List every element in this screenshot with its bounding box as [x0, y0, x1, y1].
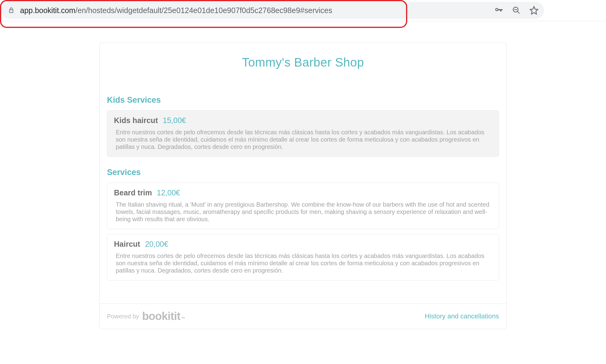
section-title-kids: Kids Services: [107, 95, 499, 105]
service-card-beard-trim[interactable]: Beard trim 12,00€ The Italian shaving ri…: [107, 183, 499, 229]
address-bar-actions: [494, 6, 539, 15]
service-description: The Italian shaving ritual, a 'Must' in …: [114, 201, 492, 223]
powered-by-label: Powered by: [107, 313, 139, 320]
service-head: Haircut 20,00€: [114, 240, 492, 249]
lock-icon: [8, 7, 15, 14]
service-name: Kids haircut: [114, 116, 158, 125]
widget-footer: Powered by bookitit™ History and cancell…: [100, 304, 506, 329]
service-price: 15,00€: [163, 116, 186, 125]
service-head: Beard trim 12,00€: [114, 188, 492, 197]
key-icon[interactable]: [494, 6, 503, 15]
url-path: /en/hosteds/widgetdefault/25e0124e01de10…: [75, 6, 332, 15]
svg-line-2: [518, 12, 520, 14]
brand-text: bookitit: [142, 310, 181, 323]
services-content: Kids Services Kids haircut 15,00€ Entre …: [100, 75, 506, 304]
business-title: Tommy's Barber Shop: [106, 56, 500, 69]
service-name: Beard trim: [114, 188, 152, 197]
page-body: Tommy's Barber Shop Kids Services Kids h…: [0, 21, 606, 329]
service-price: 12,00€: [157, 188, 180, 197]
url-domain: app.bookitit.com: [20, 6, 75, 15]
history-cancellations-link[interactable]: History and cancellations: [425, 312, 499, 320]
booking-widget: Tommy's Barber Shop Kids Services Kids h…: [99, 43, 507, 329]
star-icon[interactable]: [529, 6, 539, 15]
svg-marker-3: [530, 7, 538, 14]
service-description: Entre nuestros cortes de pelo ofrecemos …: [114, 129, 492, 150]
service-price: 20,00€: [145, 240, 168, 249]
widget-header: Tommy's Barber Shop: [100, 43, 506, 75]
browser-address-bar-region: app.bookitit.com/en/hosteds/widgetdefaul…: [0, 0, 606, 21]
brand-tm: ™: [181, 316, 185, 321]
section-title-services: Services: [107, 168, 499, 177]
service-card-kids-haircut[interactable]: Kids haircut 15,00€ Entre nuestros corte…: [107, 110, 499, 157]
zoom-out-icon[interactable]: [512, 6, 521, 15]
service-description: Entre nuestros cortes de pelo ofrecemos …: [114, 252, 492, 274]
address-bar[interactable]: app.bookitit.com/en/hosteds/widgetdefaul…: [1, 2, 544, 19]
brand-logo[interactable]: bookitit™: [142, 310, 185, 323]
powered-by: Powered by bookitit™: [107, 310, 185, 323]
service-name: Haircut: [114, 240, 140, 249]
service-head: Kids haircut 15,00€: [114, 116, 492, 125]
service-card-haircut[interactable]: Haircut 20,00€ Entre nuestros cortes de …: [107, 234, 499, 280]
